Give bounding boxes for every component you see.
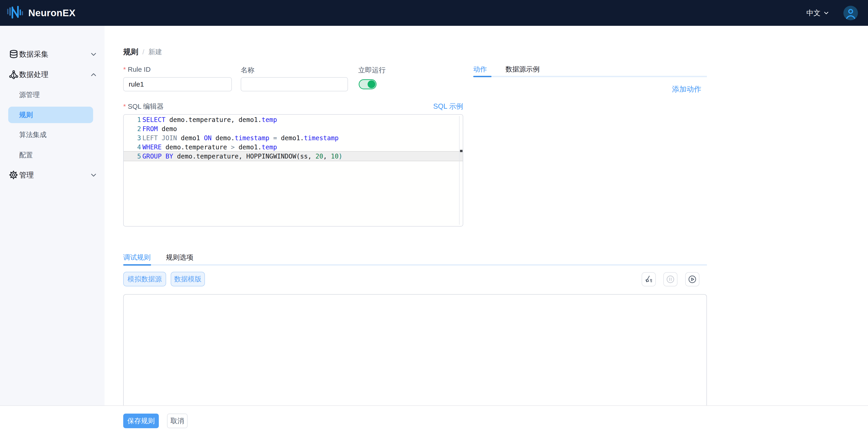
line-number: 5: [128, 152, 141, 160]
play-icon: [688, 275, 697, 284]
clear-output-button[interactable]: [642, 272, 656, 286]
code-line: 3 LEFT JOIN demo1 ON demo.timestamp = de…: [124, 133, 463, 143]
tab-rule-options[interactable]: 规则选项: [166, 253, 193, 262]
tab-actions[interactable]: 动作: [473, 65, 487, 74]
sidebar-item-data-processing[interactable]: 数据处理: [0, 67, 104, 83]
cancel-button[interactable]: 取消: [167, 413, 188, 428]
pause-icon: [666, 275, 675, 284]
sidebar: 数据采集 数据处理 源管理 规则 算法集成: [0, 26, 104, 405]
sidebar-item-source-management[interactable]: 源管理: [0, 87, 104, 103]
breadcrumb-separator: /: [143, 48, 144, 56]
app-root: NeuronEX 中文: [0, 0, 868, 433]
sql-example-link[interactable]: SQL 示例: [433, 102, 463, 111]
footer-bar: 保存规则 取消: [0, 405, 868, 433]
debug-tab-divider: [123, 264, 707, 266]
sidebar-item-rules[interactable]: 规则: [8, 107, 93, 123]
breadcrumb-rules[interactable]: 规则: [123, 47, 138, 57]
graph-icon: [9, 70, 19, 80]
toggle-knob: [368, 80, 375, 88]
app-logo: [7, 4, 24, 22]
editor-scrollbar-track: [459, 116, 460, 225]
code-line: 2 FROM demo: [124, 124, 463, 133]
tab-debug-rule[interactable]: 调试规则: [123, 253, 151, 262]
sidebar-item-algorithm-integration[interactable]: 算法集成: [0, 127, 104, 143]
line-number: 1: [128, 116, 141, 123]
sidebar-item-data-collection[interactable]: 数据采集: [0, 46, 104, 62]
gear-icon: [9, 170, 19, 180]
name-label: 名称: [241, 65, 254, 75]
line-number: 2: [128, 125, 141, 133]
run-button[interactable]: [685, 272, 700, 286]
chevron-down-icon: [823, 9, 830, 17]
chevron-up-icon: [89, 70, 98, 80]
app-title: NeuronEX: [28, 7, 75, 19]
rule-id-label: Rule ID: [123, 65, 151, 73]
code-line: 1 SELECT demo.temperature, demo1.temp: [124, 115, 463, 124]
line-number: 4: [128, 143, 141, 151]
breadcrumb-current: 新建: [148, 47, 162, 57]
language-selector[interactable]: 中文: [806, 8, 830, 18]
sql-editor-label: SQL 编辑器: [123, 102, 164, 111]
add-action-link[interactable]: 添加动作: [672, 84, 701, 94]
sql-editor-header: SQL 编辑器 SQL 示例: [123, 102, 463, 111]
actions-tab-indicator: [473, 76, 492, 77]
language-label: 中文: [806, 8, 820, 18]
debug-output-panel: [123, 294, 707, 406]
data-template-button[interactable]: 数据模版: [171, 272, 205, 286]
database-icon: [9, 49, 19, 59]
broom-icon: [644, 275, 653, 284]
breadcrumb: 规则 / 新建: [123, 47, 162, 57]
debug-tab-indicator: [123, 264, 151, 266]
app-header: NeuronEX 中文: [0, 0, 868, 26]
code-line: 4 WHERE demo.temperature > demo1.temp: [124, 143, 463, 152]
save-rule-button[interactable]: 保存规则: [123, 413, 159, 428]
tab-datasource-examples[interactable]: 数据源示例: [505, 65, 540, 74]
sidebar-item-management[interactable]: 管理: [0, 167, 104, 183]
line-number: 3: [128, 134, 141, 142]
chevron-down-icon: [89, 50, 98, 59]
sidebar-item-configuration[interactable]: 配置: [0, 147, 104, 163]
simulate-datasource-button[interactable]: 模拟数据源: [123, 272, 166, 286]
avatar[interactable]: [843, 6, 858, 20]
pause-button[interactable]: [663, 272, 678, 286]
chevron-down-icon: [89, 171, 98, 180]
run-now-label: 立即运行: [358, 65, 385, 75]
sql-code-editor[interactable]: 1 SELECT demo.temperature, demo1.temp 2 …: [123, 114, 463, 227]
user-icon: [843, 6, 858, 20]
name-input[interactable]: [241, 77, 348, 91]
rule-id-input[interactable]: [123, 77, 232, 91]
code-line-active: 5 GROUP BY demo.temperature, HOPPINGWIND…: [124, 152, 463, 161]
editor-scrollbar-thumb[interactable]: [460, 150, 463, 152]
run-now-toggle[interactable]: [359, 79, 376, 89]
actions-tab-divider: [473, 76, 707, 77]
